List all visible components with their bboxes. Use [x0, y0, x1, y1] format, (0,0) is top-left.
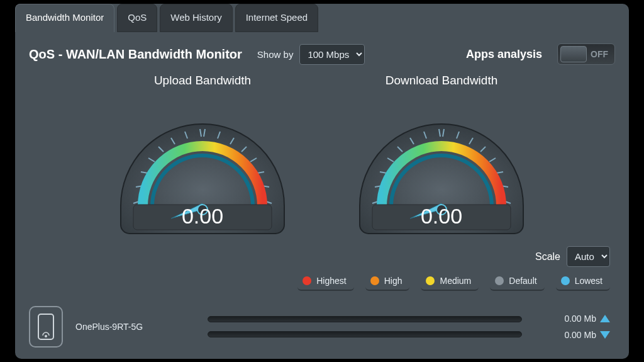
- tab-bandwidth-monitor[interactable]: Bandwidth Monitor: [15, 4, 114, 32]
- legend-default-label: Default: [509, 276, 536, 286]
- show-by-label: Show by: [257, 49, 294, 60]
- device-download-bar: [208, 331, 522, 337]
- page-title: QoS - WAN/LAN Bandwidth Monitor: [29, 47, 242, 62]
- legend-highest-label: Highest: [316, 276, 346, 286]
- scale-select[interactable]: Auto: [567, 246, 610, 267]
- priority-legend: Highest High Medium Default Lowest: [15, 273, 629, 302]
- device-name: OnePlus-9RT-5G: [75, 322, 195, 332]
- dot-highest: [303, 276, 311, 285]
- apps-analysis-toggle[interactable]: OFF: [557, 43, 615, 65]
- tab-qos[interactable]: QoS: [117, 4, 157, 32]
- header-row: QoS - WAN/LAN Bandwidth Monitor Show by …: [15, 32, 629, 74]
- upload-gauge: 0.00: [108, 93, 297, 237]
- show-by-select[interactable]: 100 Mbps: [299, 44, 365, 65]
- device-rates: 0.00 Mb 0.00 Mb: [535, 314, 610, 340]
- legend-lowest: Lowest: [556, 273, 610, 291]
- device-download-rate: 0.00 Mb: [564, 330, 610, 340]
- scale-row: Scale Auto: [15, 244, 629, 273]
- legend-lowest-label: Lowest: [575, 276, 602, 286]
- toggle-state: OFF: [591, 49, 608, 59]
- device-row[interactable]: OnePlus-9RT-5G 0.00 Mb 0.00 Mb: [15, 302, 629, 359]
- dot-default: [495, 276, 504, 285]
- legend-highest: Highest: [297, 273, 353, 291]
- device-bars: [208, 316, 522, 337]
- scale-label: Scale: [535, 251, 560, 263]
- download-arrow-icon: [600, 331, 610, 339]
- upload-gauge-block: Upload Bandwidth: [108, 74, 297, 237]
- download-gauge-value: 0.00: [347, 204, 536, 229]
- device-phone-icon: [29, 306, 63, 348]
- upload-gauge-value: 0.00: [108, 204, 297, 229]
- apps-analysis-label: Apps analysis: [466, 48, 542, 61]
- svg-point-39: [45, 335, 47, 337]
- show-by-control: Show by 100 Mbps: [257, 44, 365, 65]
- dot-high: [370, 276, 379, 285]
- legend-high-label: High: [384, 276, 402, 286]
- legend-medium: Medium: [421, 273, 479, 291]
- legend-medium-label: Medium: [440, 276, 471, 286]
- legend-default: Default: [490, 273, 544, 291]
- dot-lowest: [561, 276, 570, 285]
- device-upload-rate: 0.00 Mb: [564, 314, 610, 324]
- legend-high: High: [365, 273, 410, 291]
- upload-arrow-icon: [600, 315, 610, 322]
- tab-web-history[interactable]: Web History: [160, 4, 232, 32]
- download-gauge-block: Download Bandwidth: [347, 74, 536, 237]
- tab-internet-speed[interactable]: Internet Speed: [235, 4, 318, 32]
- toggle-knob: [560, 46, 587, 62]
- download-gauge: 0.00: [347, 93, 536, 237]
- dot-medium: [426, 276, 435, 285]
- device-upload-bar: [208, 316, 522, 322]
- gauges-row: Upload Bandwidth: [15, 74, 629, 244]
- upload-gauge-title: Upload Bandwidth: [108, 74, 297, 88]
- tab-bar: Bandwidth Monitor QoS Web History Intern…: [15, 4, 629, 32]
- download-gauge-title: Download Bandwidth: [347, 74, 536, 88]
- main-panel: Bandwidth Monitor QoS Web History Intern…: [15, 4, 629, 359]
